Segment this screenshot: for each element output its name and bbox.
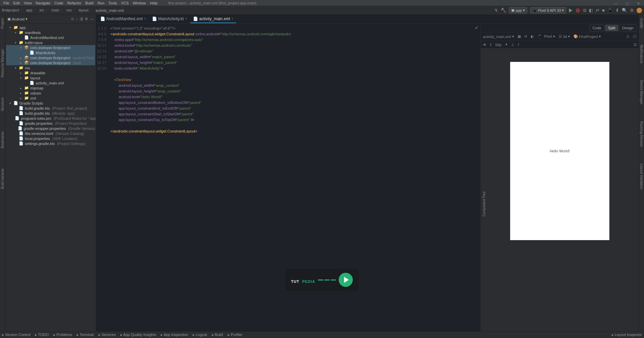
tree-node[interactable]: 📄gradle-wrapper.properties(Gradle Versio… [6,126,95,131]
left-rail-tab[interactable]: Project [1,18,4,29]
menu-window[interactable]: Window [131,0,148,6]
tree-node[interactable]: ▸📦com.dveloper.firstproject(androidTest) [6,55,95,60]
right-rail-tab[interactable]: Device Manager [640,80,643,105]
menu-code[interactable]: Code [52,0,65,6]
crumb[interactable]: activity_main.xml [96,8,125,12]
zoom-fit-icon[interactable]: ⊡ [634,42,637,47]
tree-node[interactable]: ▾📁kotlin+java [6,40,95,45]
menu-help[interactable]: Help [148,0,160,6]
attach-icon[interactable]: ⇄ [596,8,599,13]
bottom-tab-right[interactable]: ▸ Layout Inspector [612,333,642,337]
crumb[interactable]: res [67,8,77,13]
avd-icon[interactable]: 📱 [607,8,613,13]
theme-select[interactable]: 🎨 FirstProject ▾ [573,34,601,39]
crumb[interactable]: src [39,8,49,13]
close-icon[interactable]: × [185,17,187,21]
tree-node[interactable]: ▾📁app [6,25,95,30]
component-tree-tab[interactable]: Component Tree [481,190,487,218]
left-rail-tab[interactable]: Build Variants [1,168,4,189]
sync-icon[interactable]: ↯ [494,8,498,13]
menu-navigate[interactable]: Navigate [34,0,52,6]
eye-icon[interactable]: 👁 [483,43,487,47]
project-tree[interactable]: ▾📁app▾📁manifests📄AndroidManifest.xml▾📁ko… [5,24,96,331]
left-rail-tab[interactable]: Structure [1,98,4,111]
avatar-icon[interactable] [637,8,642,13]
right-rail-tab[interactable]: Notifications [640,45,643,63]
warnings-icon[interactable]: ⚠ [626,34,630,39]
tree-node[interactable]: 📄build.gradle.kts(Project: first_project… [6,106,95,111]
tree-node[interactable]: ▾📁manifests [6,30,95,35]
design-canvas[interactable]: Component Tree Hello World! [481,48,639,331]
left-rail-tab[interactable]: Bookmarks [1,132,4,148]
close-icon[interactable]: ✕ [635,1,642,6]
bottom-tab[interactable]: ▸ Problems [53,333,72,337]
night-icon[interactable]: ◐ [531,34,534,39]
sdk-icon[interactable]: ⬇ [615,8,619,13]
close-icon[interactable]: × [231,17,233,21]
margin-select[interactable]: 0dp [495,43,501,47]
search-icon[interactable]: 🔍 [622,8,627,13]
guideline-icon[interactable]: ⊥ [511,42,515,47]
tree-node[interactable]: 📄build.gradle.kts(Module :app) [6,111,95,116]
bottom-tab[interactable]: ▸ App Inspection [161,333,188,337]
menu-tools[interactable]: Tools [106,0,119,6]
project-view-select[interactable]: ▣ Android ▾ [7,17,28,21]
bottom-tab[interactable]: ▸ Version Control [2,333,30,337]
menu-file[interactable]: File [1,0,11,6]
run-icon[interactable] [569,8,572,12]
menu-run[interactable]: Run [96,0,106,6]
crumb[interactable]: firstproject [2,8,24,13]
tree-node[interactable]: ▾📁res [6,65,95,70]
api-select[interactable]: ☰ 34 ▾ [559,34,570,39]
tree-node[interactable]: 📄MainActivity [6,50,95,55]
tree-node[interactable]: ▸📦com.dveloper.firstproject(test) [6,60,95,65]
bottom-tab[interactable]: ▸ Logcat [193,333,207,337]
tree-node[interactable]: ▾📄Gradle Scripts [6,101,95,106]
close-icon[interactable]: × [144,17,146,21]
preview-device[interactable]: Hello World! [510,62,609,240]
design-surface-icon[interactable]: ▦ [518,34,521,39]
bottom-tab[interactable]: ▸ TODO [35,333,48,337]
stop-icon[interactable]: ■ [602,8,605,13]
coverage-icon[interactable]: ⧉ [583,8,586,13]
crumb[interactable]: main [51,8,65,13]
bottom-tab[interactable]: ▸ Profiler [228,333,242,337]
tree-node[interactable]: ▸📁values [6,90,95,96]
gear-icon[interactable]: ⚙ [85,17,88,21]
maximize-icon[interactable]: ▢ [623,1,631,6]
tree-node[interactable]: 📄libs.versions.toml(Version Catalog) [6,131,95,136]
hammer-icon[interactable]: 🔨 [501,8,506,13]
left-rail-tab[interactable]: Resource Manager [1,49,4,77]
debug-icon[interactable]: 🐞 [575,8,580,13]
split-tab[interactable]: Split [605,25,618,31]
menu-build[interactable]: Build [83,0,96,6]
minimize-icon[interactable]: — [612,1,619,6]
tree-node[interactable]: 📄AndroidManifest.xml [6,35,95,40]
bottom-tab[interactable]: ▸ App Quality Insights [120,333,156,337]
orientation-icon[interactable]: ⟳ [524,34,527,39]
tree-node[interactable]: ▸📁mipmap [6,85,95,90]
menu-refactor[interactable]: Refactor [65,0,83,6]
magnet-icon[interactable]: ⧲ [490,43,492,47]
tree-node[interactable]: ▸📁xml [6,96,95,101]
crumb[interactable]: layout [79,8,93,13]
device-select[interactable]: 📱 Pixel 8 API 33 ▾ [530,7,567,13]
profiler-icon[interactable]: ◧ [589,8,593,13]
design-tab[interactable]: Design [619,25,637,31]
tree-node[interactable]: 📄activity_main.xml [6,80,95,85]
run-config-select[interactable]: ▣ app ▾ [509,7,527,13]
filter-icon[interactable]: ⇶ [80,17,83,21]
editor-tab[interactable]: 📄 MainActivity.kt × [149,15,190,23]
code-tab[interactable]: Code [590,25,604,31]
bottom-tab[interactable]: ▸ Services [99,333,116,337]
locate-icon[interactable]: ⊙ [71,17,74,21]
bottom-tab[interactable]: ▸ Terminal [77,333,93,337]
info-icon[interactable]: ⓘ [633,34,637,39]
settings-icon[interactable]: ⚙ [630,8,634,13]
wand-icon[interactable]: ✦ [505,42,508,47]
right-rail-tab[interactable]: Gradle [640,18,643,28]
editor-tab[interactable]: 📄 AndroidManifest.xml × [98,15,149,23]
menu-edit[interactable]: Edit [11,0,22,6]
text-icon[interactable]: 𝐼 [518,42,519,47]
menu-vcs[interactable]: VCS [119,0,131,6]
